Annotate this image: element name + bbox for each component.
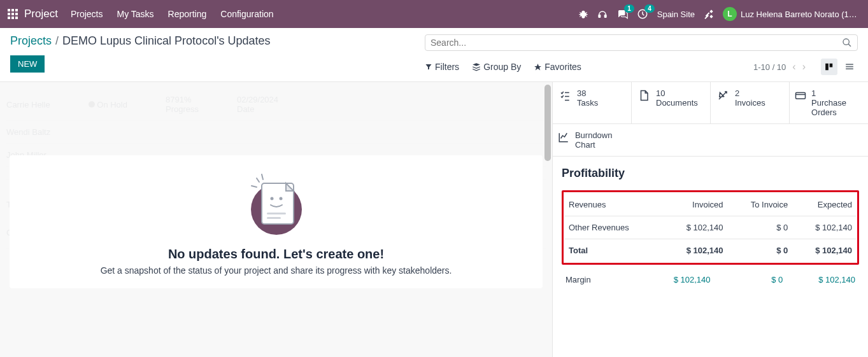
- svg-rect-9: [599, 15, 601, 17]
- svg-rect-8: [15, 17, 18, 19]
- col-invoiced: Invoiced: [663, 193, 727, 216]
- nav-configuration[interactable]: Configuration: [220, 9, 273, 19]
- row-other-revenues[interactable]: Other Revenues $ 102,140 $ 0 $ 102,140: [565, 216, 856, 239]
- messaging-icon[interactable]: 1: [616, 8, 628, 20]
- topbar: Project Projects My Tasks Reporting Conf…: [0, 0, 868, 28]
- kanban-view-icon[interactable]: [821, 59, 837, 75]
- svg-point-21: [279, 197, 282, 200]
- stat-tasks[interactable]: 38Tasks: [553, 82, 632, 123]
- svg-rect-4: [11, 13, 14, 15]
- stat-row-2: Burndown Chart: [553, 124, 868, 157]
- col-to-invoice: To Invoice: [727, 193, 792, 216]
- messaging-badge: 1: [624, 4, 634, 13]
- svg-rect-0: [8, 9, 10, 11]
- invoices-icon: [716, 88, 730, 101]
- empty-subtitle: Get a snapshot of the status of your pro…: [29, 265, 523, 276]
- app-brand[interactable]: Project: [24, 8, 58, 20]
- stat-row-1: 38Tasks 10Documents 2Invoices 1Purchase …: [553, 82, 868, 124]
- header-row: Projects / DEMO Lupus Clinical Protocol'…: [0, 28, 868, 81]
- profitability-table: Revenues Invoiced To Invoice Expected Ot…: [565, 193, 856, 262]
- margin-to-invoice[interactable]: $ 0: [711, 275, 783, 284]
- control-row: Filters Group By Favorites 1-10 / 10 ‹ ›: [425, 55, 858, 81]
- profitability-section: Profitability Revenues Invoiced To Invoi…: [553, 157, 868, 305]
- favorites-button[interactable]: Favorites: [534, 62, 581, 72]
- col-revenues: Revenues: [565, 193, 663, 216]
- nav-projects[interactable]: Projects: [71, 9, 103, 19]
- activities-icon[interactable]: 4: [637, 8, 648, 20]
- breadcrumb-current: DEMO Lupus Clinical Protocol's Updates: [62, 34, 271, 48]
- pager-text[interactable]: 1-10 / 10: [753, 62, 786, 72]
- svg-rect-23: [267, 217, 281, 219]
- search-bar[interactable]: [425, 34, 858, 51]
- empty-title: No updates found. Let's create one!: [29, 247, 523, 262]
- svg-rect-3: [8, 13, 10, 15]
- svg-rect-16: [846, 66, 853, 67]
- revenues-highlight-box: Revenues Invoiced To Invoice Expected Ot…: [562, 190, 859, 265]
- svg-rect-22: [267, 213, 286, 214]
- svg-rect-24: [796, 93, 806, 99]
- scrollbar[interactable]: [544, 85, 551, 357]
- breadcrumb: Projects / DEMO Lupus Clinical Protocol'…: [10, 34, 425, 48]
- pager: 1-10 / 10 ‹ ›: [753, 59, 858, 75]
- svg-rect-6: [8, 17, 10, 19]
- svg-rect-17: [846, 68, 853, 69]
- margin-label: Margin: [566, 275, 638, 284]
- pager-prev-icon[interactable]: ‹: [792, 61, 795, 73]
- empty-state: No updates found. Let's create one! Get …: [10, 155, 543, 288]
- svg-rect-1: [11, 9, 14, 11]
- groupby-button[interactable]: Group By: [472, 62, 521, 72]
- margin-invoiced[interactable]: $ 102,140: [638, 275, 711, 284]
- nav-reporting[interactable]: Reporting: [168, 9, 207, 19]
- breadcrumb-root[interactable]: Projects: [10, 34, 52, 48]
- tools-icon[interactable]: [704, 9, 714, 19]
- activities-badge: 4: [644, 4, 655, 13]
- new-button[interactable]: NEW: [10, 55, 45, 73]
- stat-purchase-orders[interactable]: 1Purchase Orders: [790, 82, 868, 123]
- margin-row: Margin $ 102,140 $ 0 $ 102,140: [562, 265, 859, 295]
- stat-invoices[interactable]: 2Invoices: [711, 82, 790, 123]
- svg-rect-15: [846, 64, 853, 65]
- bug-icon[interactable]: [578, 9, 588, 19]
- empty-document-icon: [241, 168, 311, 238]
- tasks-icon: [558, 88, 572, 101]
- row-total: Total $ 102,140 $ 0 $ 102,140: [565, 239, 856, 262]
- user-name: Luz Helena Barreto Norato (16-sweet-b...: [741, 10, 862, 19]
- side-panel: 38Tasks 10Documents 2Invoices 1Purchase …: [553, 82, 868, 357]
- svg-rect-7: [11, 17, 14, 19]
- search-icon[interactable]: [842, 38, 852, 48]
- svg-rect-2: [15, 9, 18, 11]
- user-avatar: L: [723, 7, 737, 21]
- svg-rect-10: [604, 15, 606, 17]
- margin-expected[interactable]: $ 102,140: [783, 275, 855, 284]
- main-area: Carrie Helle On Hold8791%Progress02/29/2…: [0, 81, 868, 357]
- user-menu[interactable]: L Luz Helena Barreto Norato (16-sweet-b.…: [723, 7, 862, 21]
- filters-button[interactable]: Filters: [425, 62, 459, 72]
- svg-rect-13: [825, 64, 829, 71]
- update-list-area: Carrie Helle On Hold8791%Progress02/29/2…: [0, 82, 553, 357]
- burndown-icon: [558, 130, 570, 143]
- support-icon[interactable]: [597, 9, 608, 19]
- search-input[interactable]: [430, 38, 842, 48]
- svg-point-20: [270, 197, 273, 200]
- stat-burndown[interactable]: Burndown Chart: [553, 124, 632, 156]
- svg-rect-14: [830, 64, 833, 67]
- purchase-orders-icon: [795, 88, 806, 101]
- nav-my-tasks[interactable]: My Tasks: [117, 9, 154, 19]
- profitability-title: Profitability: [562, 167, 859, 180]
- stat-documents[interactable]: 10Documents: [632, 82, 711, 123]
- apps-icon[interactable]: [6, 8, 19, 20]
- svg-rect-5: [15, 13, 18, 15]
- documents-icon: [637, 88, 651, 101]
- list-view-icon[interactable]: [841, 59, 858, 75]
- site-label[interactable]: Spain Site: [657, 10, 695, 19]
- pager-next-icon[interactable]: ›: [802, 61, 806, 73]
- col-expected: Expected: [792, 193, 856, 216]
- svg-point-12: [843, 39, 849, 45]
- breadcrumb-separator: /: [55, 34, 59, 48]
